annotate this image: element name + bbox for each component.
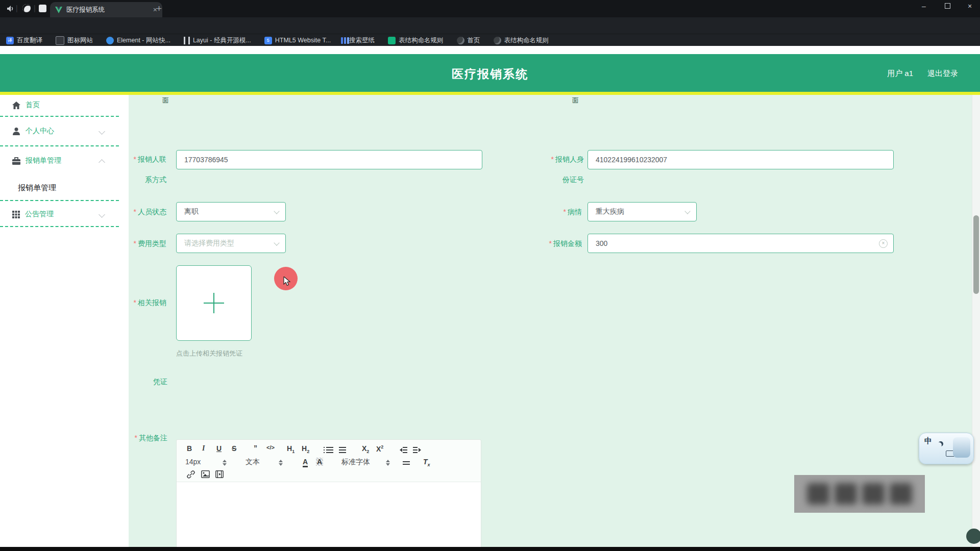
chevron-down-icon — [274, 208, 279, 214]
browser-app-icon-2[interactable] — [39, 5, 46, 12]
updown-icon — [223, 460, 227, 466]
bullet-list-button[interactable] — [339, 447, 346, 448]
browser-app-icon[interactable] — [22, 4, 31, 12]
strikethrough-button[interactable]: S — [232, 444, 236, 453]
speaker-icon — [7, 5, 14, 12]
sidebar-item-personal-center[interactable]: 个人中心 — [0, 121, 129, 141]
editor-content[interactable] — [177, 482, 481, 551]
status-select[interactable]: 离职 — [176, 202, 286, 221]
browser-toolbar: ← → localhost:8081/#/biaoxiaodan ☆ 无痕模式 … — [0, 17, 980, 34]
sidebar-item-label: 公告管理 — [25, 210, 54, 219]
bookmark-item[interactable]: 译百度翻译 — [6, 36, 42, 45]
superscript-button[interactable]: X2 — [376, 444, 383, 453]
click-highlight — [274, 267, 298, 290]
illness-label: *病情 — [533, 202, 582, 222]
ordered-list-button[interactable] — [326, 447, 333, 448]
bookmark-item[interactable]: 搜索壁纸 — [344, 36, 375, 45]
fee-type-label: *费用类型 — [117, 233, 166, 254]
ime-lang-label: 中 — [924, 436, 932, 446]
amount-field: × — [587, 234, 894, 253]
window-close-button[interactable]: × — [960, 2, 980, 10]
updown-icon — [386, 460, 390, 466]
clear-format-button[interactable]: Tx — [423, 458, 430, 467]
browser-tabstrip: | | 医疗报销系统 × + – × — [0, 0, 980, 17]
link-button[interactable] — [187, 470, 195, 479]
bookmark-item[interactable]: 表结构命名规则 — [494, 36, 549, 45]
subscript-button[interactable]: X2 — [362, 444, 369, 454]
amount-input[interactable] — [587, 234, 894, 253]
sidebar-item-home[interactable]: 首页 — [0, 95, 129, 115]
window-maximize-button[interactable] — [937, 2, 958, 10]
baidu-translate-icon: 译 — [6, 37, 14, 44]
illness-select-value: 重大疾病 — [596, 207, 624, 216]
blockquote-button[interactable]: ” — [254, 444, 257, 452]
sidebar-divider — [0, 145, 119, 146]
status-label: *人员状态 — [117, 202, 166, 222]
format-dropdown[interactable]: 文本 — [246, 458, 260, 467]
sidebar-item-label: 报销单管理 — [26, 156, 61, 165]
header-user[interactable]: 用户 a1 — [887, 69, 913, 79]
browser-tab[interactable]: 医疗报销系统 × — [50, 2, 162, 17]
stray-text: 面 — [572, 96, 579, 105]
sidebar: 首页 个人中心 报销单管理 报销单管理 公告管理 — [0, 95, 129, 547]
image-button[interactable] — [201, 470, 210, 478]
chevron-down-icon — [99, 211, 105, 218]
underline-button[interactable]: U — [216, 444, 222, 453]
sidebar-divider — [0, 226, 119, 227]
idcard-input[interactable] — [587, 150, 894, 169]
chevron-up-icon — [99, 159, 105, 166]
tab-title: 医疗报销系统 — [66, 6, 153, 14]
bookmark-item[interactable]: Layui - 经典开源模... — [184, 36, 251, 45]
sidebar-item-notice-mgmt[interactable]: 公告管理 — [0, 204, 129, 224]
vue-logo-icon — [55, 7, 62, 13]
upload-box[interactable] — [176, 265, 252, 341]
bookmark-item[interactable]: Element - 网站快... — [106, 36, 170, 45]
ime-toolbar[interactable]: 中 — [919, 433, 974, 464]
bookmark-item[interactable]: 5HTML5 Website T... — [264, 37, 331, 44]
font-family-dropdown[interactable]: 标准字体 — [341, 458, 370, 467]
highlight-color-button[interactable]: A — [316, 458, 323, 466]
grid-icon — [12, 211, 20, 218]
html5-icon: 5 — [264, 37, 272, 44]
briefcase-icon — [12, 157, 20, 165]
bookmark-item[interactable]: 表结构命名规则 — [388, 36, 444, 45]
bold-button[interactable]: B — [187, 444, 192, 453]
sidebar-subitem-reimbursement-mgmt[interactable]: 报销单管理 — [18, 178, 120, 198]
illness-select[interactable]: 重大疾病 — [587, 202, 697, 221]
text-color-button[interactable]: A — [303, 458, 308, 467]
divider: | — [34, 4, 36, 12]
clear-icon[interactable]: × — [879, 239, 888, 248]
sidebar-subitem-label: 报销单管理 — [18, 183, 56, 193]
voucher-label-line2: 凭证 — [118, 371, 167, 392]
video-button[interactable] — [215, 470, 224, 478]
blurred-watermark — [794, 475, 925, 513]
h1-button[interactable]: H1 — [287, 444, 295, 454]
fee-type-select[interactable]: 请选择费用类型 — [176, 234, 286, 253]
mouse-cursor-icon — [283, 277, 292, 287]
bookmark-item[interactable]: 首页 — [457, 36, 480, 45]
floating-widget[interactable] — [966, 529, 980, 544]
bookmark-item[interactable]: 图标网站 — [56, 36, 93, 45]
app-title: 医疗报销系统 — [0, 66, 980, 82]
italic-button[interactable]: I — [202, 444, 205, 453]
bottom-screen-bar — [0, 547, 980, 551]
stray-text: 面 — [162, 96, 169, 105]
font-size-dropdown[interactable]: 14px — [185, 458, 201, 466]
new-tab-button[interactable]: + — [156, 3, 162, 14]
scrollbar-thumb[interactable] — [973, 215, 979, 294]
ime-skin-decoration — [953, 437, 970, 458]
updown-icon — [279, 460, 283, 466]
fee-type-placeholder: 请选择费用类型 — [184, 239, 234, 248]
bookmarks-bar: 译百度翻译 图标网站 Element - 网站快... Layui - 经典开源… — [0, 34, 980, 46]
window-minimize-button[interactable]: – — [914, 2, 934, 10]
h2-button[interactable]: H2 — [302, 444, 309, 454]
code-button[interactable]: </> — [266, 444, 275, 450]
contact-input[interactable] — [176, 150, 482, 169]
divider: | — [16, 4, 18, 12]
scrollbar — [972, 95, 980, 547]
element-ui-icon — [106, 37, 114, 44]
editor-toolbar-row-2: 14px 文本 A A 标准字体 Tx — [177, 456, 481, 469]
logout-button[interactable]: 退出登录 — [927, 69, 958, 79]
sidebar-item-reimbursement-mgmt[interactable]: 报销单管理 — [0, 151, 129, 171]
voucher-label: *相关报销 — [117, 292, 166, 313]
